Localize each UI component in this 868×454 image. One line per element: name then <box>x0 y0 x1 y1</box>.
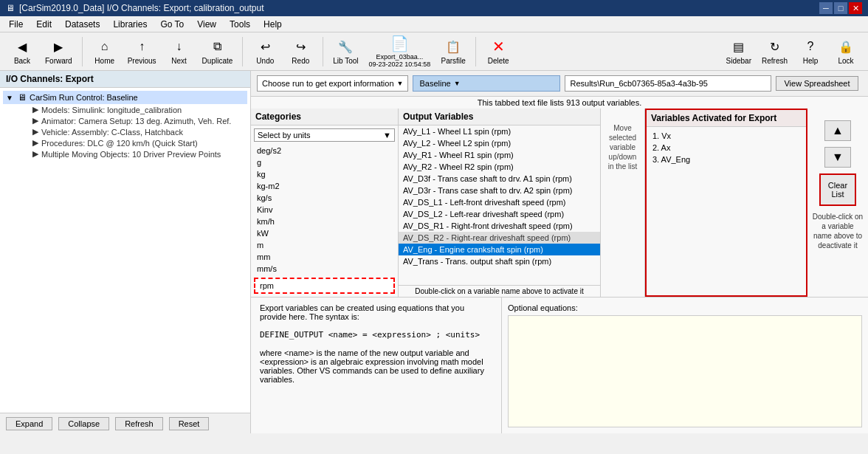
toolbar-refresh-button[interactable]: ↻ Refresh <box>758 35 791 68</box>
menu-help[interactable]: Help <box>258 18 288 31</box>
main-columns: Categories Select by units ▼ deg/s2 g kg… <box>251 109 868 297</box>
bottom-section: Export variables can be created using eq… <box>251 297 868 433</box>
close-button[interactable]: ✕ <box>849 2 862 14</box>
lock-button[interactable]: 🔒 Lock <box>830 35 862 68</box>
cat-item-kg-s[interactable]: kg/s <box>251 192 398 204</box>
out-item-2[interactable]: AVy_R1 - Wheel R1 spin (rpm) <box>399 149 600 161</box>
optional-equations-input[interactable] <box>508 315 862 427</box>
minimize-button[interactable]: ─ <box>819 2 833 14</box>
cat-item-mm[interactable]: mm <box>251 251 398 263</box>
next-label: Next <box>171 57 187 65</box>
out-item-10[interactable]: AV_Eng - Engine crankshaft spin (rpm) <box>399 244 600 255</box>
leaf-label-animator: Animator: Camera Setup: 13 deg. Azimuth,… <box>41 117 231 125</box>
unit-select-label: Select by units <box>258 131 311 140</box>
out-item-8[interactable]: AV_DS_R1 - Right-front driveshaft speed … <box>399 220 600 232</box>
help-button[interactable]: ? Help <box>794 35 827 68</box>
leaf-expand-3: ▶ <box>32 127 38 137</box>
menu-tools[interactable]: Tools <box>224 18 256 31</box>
out-item-4[interactable]: AV_D3f - Trans case shaft to drv. A1 spi… <box>399 173 600 185</box>
act-item-0[interactable]: 1. Vx <box>650 130 803 142</box>
leaf-label-vehicle: Vehicle: Assembly: C-Class, Hatchback <box>41 128 183 137</box>
out-item-3[interactable]: AVy_R2 - Wheel R2 spin (rpm) <box>399 161 600 173</box>
activated-variables-header: Variables Activated for Export <box>647 110 806 127</box>
leaf-expand-2: ▶ <box>32 116 38 125</box>
baseline-dropdown[interactable]: Baseline ▼ <box>413 75 560 92</box>
next-button[interactable]: ↓ Next <box>163 35 196 68</box>
delete-button[interactable]: ✕ Delete <box>482 35 514 68</box>
leaf-label-mmo: Multiple Moving Objects: 10 Driver Previ… <box>41 150 221 159</box>
separator-1 <box>82 37 83 66</box>
out-item-7[interactable]: AV_DS_L2 - Left-rear driveshaft speed (r… <box>399 208 600 220</box>
out-item-0[interactable]: AVy_L1 - Wheel L1 spin (rpm) <box>399 125 600 137</box>
category-search-input[interactable] <box>254 278 395 294</box>
export-syntax: DEFINE_OUTPUT <name> = <expression> ; <u… <box>260 330 492 340</box>
baseline-arrow: ▼ <box>454 80 461 87</box>
act-item-1[interactable]: 2. Ax <box>650 142 803 154</box>
out-item-9[interactable]: AV_DS_R2 - Right-rear driveshaft speed (… <box>399 232 600 244</box>
choose-run-dropdown[interactable]: Choose run to get export information ▼ <box>257 75 408 92</box>
back-icon: ◀ <box>13 38 31 55</box>
refresh-button[interactable]: Refresh <box>115 417 163 430</box>
parsfile-button[interactable]: 📋 Parsfile <box>437 35 469 68</box>
reset-button[interactable]: Reset <box>169 417 210 430</box>
lib-tool-button[interactable]: 🔧 Lib Tool <box>329 35 362 68</box>
cat-item-km-h[interactable]: km/h <box>251 216 398 227</box>
menu-goto[interactable]: Go To <box>154 18 190 31</box>
cat-item-kw[interactable]: kW <box>251 227 398 239</box>
cat-item-deg-s2[interactable]: deg/s2 <box>251 145 398 157</box>
tree-node-carsim-run[interactable]: ▼ 🖥 CarSim Run Control: Baseline <box>3 91 247 104</box>
export-file-icon: 📄 <box>390 35 408 52</box>
toolbar-refresh-label: Refresh <box>762 57 788 65</box>
duplicate-button[interactable]: ⧉ Duplicate <box>199 35 237 68</box>
leaf-vehicle[interactable]: ▶ Vehicle: Assembly: C-Class, Hatchback <box>18 126 247 137</box>
toolbar: ◀ Back ▶ Forward ⌂ Home ↑ Previous ↓ Nex… <box>0 32 868 71</box>
home-button[interactable]: ⌂ Home <box>89 35 121 68</box>
title-bar-text: [CarSim2019.0_Data] I/O Channels: Export… <box>19 3 264 13</box>
menu-file[interactable]: File <box>3 18 29 31</box>
menu-datasets[interactable]: Datasets <box>59 18 106 31</box>
redo-button[interactable]: ↪ Redo <box>284 35 317 68</box>
lib-tool-label: Lib Tool <box>333 57 358 65</box>
leaf-procedures[interactable]: ▶ Procedures: DLC @ 120 km/h (Quick Star… <box>18 137 247 148</box>
clear-list-button[interactable]: ClearList <box>819 173 856 206</box>
cat-item-g[interactable]: g <box>251 157 398 168</box>
menu-view[interactable]: View <box>191 18 222 31</box>
cat-item-mm-s[interactable]: mm/s <box>251 263 398 275</box>
cat-item-kg[interactable]: kg <box>251 168 398 180</box>
out-item-11[interactable]: AV_Trans - Trans. output shaft spin (rpm… <box>399 255 600 267</box>
view-spreadsheet-button[interactable]: View Spreadsheet <box>776 76 858 91</box>
forward-button[interactable]: ▶ Forward <box>41 35 76 68</box>
move-down-button[interactable]: ▼ <box>824 147 851 168</box>
run-path-input[interactable]: Results\Run_6cb07365-85a3-4a3b-95 <box>565 75 771 92</box>
collapse-button[interactable]: Collapse <box>58 417 109 430</box>
export-file-button[interactable]: 📄 Export_03baa...09-23-2022 10:54:58 <box>365 35 435 68</box>
parsfile-label: Parsfile <box>441 57 465 65</box>
undo-button[interactable]: ↩ Undo <box>249 35 281 68</box>
choose-run-arrow: ▼ <box>397 80 404 87</box>
categories-list: deg/s2 g kg kg-m2 kg/s Kinv km/h kW m mm… <box>251 145 398 275</box>
sidebar-button[interactable]: ▤ Sidebar <box>723 35 755 68</box>
duplicate-icon: ⧉ <box>208 38 226 55</box>
cat-item-m[interactable]: m <box>251 239 398 251</box>
leaf-models[interactable]: ▶ Models: Simulink: longitude_calibratio… <box>18 104 247 115</box>
move-up-button[interactable]: ▲ <box>824 120 851 141</box>
out-item-1[interactable]: AVy_L2 - Wheel L2 spin (rpm) <box>399 137 600 149</box>
previous-button[interactable]: ↑ Previous <box>124 35 160 68</box>
expand-button[interactable]: Expand <box>6 417 52 430</box>
act-item-2[interactable]: 3. AV_Eng <box>650 154 803 165</box>
forward-icon: ▶ <box>49 38 67 55</box>
refresh-icon: ↻ <box>765 38 783 55</box>
menu-edit[interactable]: Edit <box>30 18 58 31</box>
leaf-mmo[interactable]: ▶ Multiple Moving Objects: 10 Driver Pre… <box>18 148 247 159</box>
output-variables-column: Output Variables AVy_L1 - Wheel L1 spin … <box>399 109 601 297</box>
leaf-animator[interactable]: ▶ Animator: Camera Setup: 13 deg. Azimut… <box>18 115 247 126</box>
cat-item-kg-m2[interactable]: kg-m2 <box>251 180 398 192</box>
menu-libraries[interactable]: Libraries <box>107 18 153 31</box>
out-item-5[interactable]: AV_D3r - Trans case shaft to drv. A2 spi… <box>399 185 600 196</box>
maximize-button[interactable]: □ <box>834 2 847 14</box>
main-area: I/O Channels: Export ▼ 🖥 CarSim Run Cont… <box>0 71 868 433</box>
unit-select-dropdown[interactable]: Select by units ▼ <box>254 128 395 142</box>
cat-item-kinv[interactable]: Kinv <box>251 204 398 216</box>
out-item-6[interactable]: AV_DS_L1 - Left-front driveshaft speed (… <box>399 196 600 208</box>
back-button[interactable]: ◀ Back <box>6 35 38 68</box>
